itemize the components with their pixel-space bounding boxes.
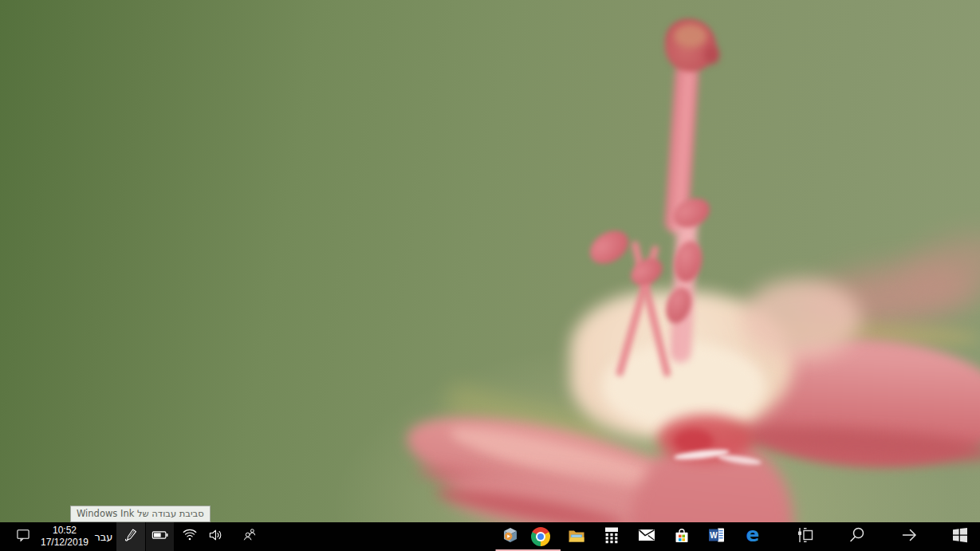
mail-icon [637,525,656,548]
movies-tv-icon [501,525,520,548]
windows-ink-pen-icon [123,527,139,546]
taskbar-app-chrome[interactable] [523,522,558,551]
taskbar: 10:52 17/12/2019 עבר [0,522,980,551]
windows-ink-workspace-button[interactable] [116,522,145,551]
task-view-icon [796,525,815,548]
battery-icon [152,528,169,545]
clock-date: 17/12/2019 [37,537,92,549]
wifi-icon [182,527,198,546]
wallpaper-bud-highlight [674,24,707,48]
search-icon [848,525,867,548]
taskbar-app-edge[interactable]: e [735,522,770,551]
volume-icon [207,527,223,546]
taskbar-app-mail[interactable] [629,522,664,551]
wallpaper-flower-center-cream-3 [742,279,861,359]
action-center-button[interactable] [10,522,37,551]
action-center-icon [15,527,31,546]
edge-icon: e [742,525,763,549]
microsoft-store-icon [672,525,691,548]
calculator-icon [602,525,621,548]
wallpaper-bud-shadow [705,46,719,64]
taskbar-app-word[interactable]: W [699,522,734,551]
wallpaper-anther-1 [584,224,634,270]
wifi-button[interactable] [177,522,203,551]
people-button[interactable] [237,522,264,551]
battery-button[interactable] [146,522,174,551]
taskbar-clock[interactable]: 10:52 17/12/2019 [37,525,92,549]
windows-ink-tooltip: סביבת עבודה של Windows Ink [70,506,211,522]
taskbar-app-file-explorer[interactable] [559,522,594,551]
start-button[interactable] [943,522,978,551]
chrome-icon [531,527,550,546]
language-indicator[interactable]: עבר [92,522,115,551]
desktop-wallpaper [0,0,980,551]
svg-text:e: e [746,525,760,545]
windows-logo-icon [950,525,970,548]
task-view-button[interactable] [788,522,823,551]
back-button[interactable] [891,522,927,551]
file-explorer-icon [567,525,586,548]
volume-button[interactable] [203,522,228,551]
taskbar-app-calculator[interactable] [594,522,629,551]
back-arrow-icon [899,525,919,548]
search-button[interactable] [840,522,875,551]
clock-time: 10:52 [37,525,92,537]
word-icon: W [707,525,726,548]
people-icon [242,527,258,546]
desktop: סביבת עבודה של Windows Ink 10:52 17/12/2… [0,0,980,551]
svg-text:W: W [710,531,718,540]
taskbar-app-microsoft-store[interactable] [664,522,699,551]
